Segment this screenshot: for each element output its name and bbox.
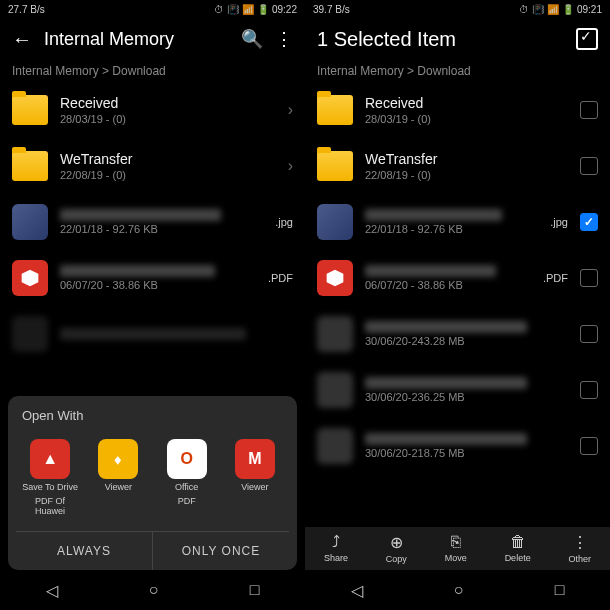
app-label: Save To Drive bbox=[22, 483, 78, 493]
network-speed: 27.7 B/s bbox=[8, 4, 45, 15]
share-button[interactable]: ⤴Share bbox=[324, 533, 348, 564]
item-name-blurred bbox=[365, 265, 496, 277]
checkbox-checked[interactable] bbox=[580, 213, 598, 231]
nav-bar: ◁ ○ □ bbox=[0, 570, 305, 610]
alarm-icon: ⏱ bbox=[214, 4, 224, 15]
breadcrumb[interactable]: Internal Memory > Download bbox=[305, 60, 610, 82]
copy-icon: ⊕ bbox=[390, 533, 403, 552]
nav-bar: ◁ ○ □ bbox=[305, 570, 610, 610]
item-meta: 28/03/19 - (0) bbox=[365, 113, 568, 125]
nav-back-icon[interactable]: ◁ bbox=[351, 581, 363, 600]
app-option[interactable]: O Office PDF bbox=[157, 439, 217, 517]
folder-icon bbox=[317, 151, 353, 181]
app-label: Office bbox=[175, 483, 198, 493]
item-name: WeTransfer bbox=[60, 151, 276, 167]
share-icon: ⤴ bbox=[332, 533, 340, 551]
checkbox[interactable] bbox=[580, 101, 598, 119]
battery-icon: 🔋 bbox=[562, 4, 574, 15]
item-meta: 30/06/20-236.25 MB bbox=[365, 391, 568, 403]
list-item[interactable]: WeTransfer22/08/19 - (0) › bbox=[0, 138, 305, 194]
vibrate-icon: 📳 bbox=[227, 4, 239, 15]
pdf-icon bbox=[12, 260, 48, 296]
file-extension: .PDF bbox=[268, 272, 293, 284]
file-list: Received28/03/19 - (0) › WeTransfer22/08… bbox=[0, 82, 305, 362]
status-bar: 27.7 B/s ⏱ 📳 📶 🔋 09:22 bbox=[0, 0, 305, 18]
list-item[interactable]: 22/01/18 - 92.76 KB .jpg bbox=[305, 194, 610, 250]
back-icon[interactable]: ← bbox=[12, 28, 32, 51]
trash-icon: 🗑 bbox=[510, 533, 526, 551]
nav-back-icon[interactable]: ◁ bbox=[46, 581, 58, 600]
item-name-blurred bbox=[365, 377, 527, 389]
open-with-sheet: Open With ▲ Save To Drive PDF Of Huawei … bbox=[8, 396, 297, 570]
breadcrumb[interactable]: Internal Memory > Download bbox=[0, 60, 305, 82]
nav-home-icon[interactable]: ○ bbox=[454, 581, 464, 599]
page-title: Internal Memory bbox=[44, 29, 229, 50]
nav-home-icon[interactable]: ○ bbox=[149, 581, 159, 599]
move-button[interactable]: ⎘Move bbox=[445, 533, 467, 564]
item-meta: 22/08/19 - (0) bbox=[365, 169, 568, 181]
list-item[interactable]: 06/07/20 - 38.86 KB .PDF bbox=[0, 250, 305, 306]
only-once-button[interactable]: ONLY ONCE bbox=[152, 532, 289, 570]
mega-icon: M bbox=[235, 439, 275, 479]
network-speed: 39.7 B/s bbox=[313, 4, 350, 15]
image-thumbnail bbox=[12, 204, 48, 240]
item-name: Received bbox=[365, 95, 568, 111]
checkbox[interactable] bbox=[580, 269, 598, 287]
item-name-blurred bbox=[60, 209, 221, 221]
item-meta: 22/01/18 - 92.76 KB bbox=[365, 223, 536, 235]
signal-icon: 📶 bbox=[547, 4, 559, 15]
list-item[interactable]: 30/06/20-243.28 MB bbox=[305, 306, 610, 362]
item-name-blurred bbox=[60, 328, 246, 340]
search-icon[interactable]: 🔍 bbox=[241, 28, 263, 50]
list-item[interactable]: 30/06/20-218.75 MB bbox=[305, 418, 610, 474]
always-button[interactable]: ALWAYS bbox=[16, 532, 152, 570]
item-meta: 28/03/19 - (0) bbox=[60, 113, 276, 125]
folder-icon bbox=[12, 95, 48, 125]
list-item[interactable]: 30/06/20-236.25 MB bbox=[305, 362, 610, 418]
file-extension: .PDF bbox=[543, 272, 568, 284]
folder-icon bbox=[317, 95, 353, 125]
other-button[interactable]: ⋮Other bbox=[569, 533, 592, 564]
list-item[interactable] bbox=[0, 306, 305, 362]
app-sublabel: PDF Of Huawei bbox=[20, 497, 80, 517]
select-all-icon[interactable] bbox=[576, 28, 598, 50]
checkbox[interactable] bbox=[580, 437, 598, 455]
more-icon[interactable]: ⋮ bbox=[275, 28, 293, 50]
list-item[interactable]: 06/07/20 - 38.86 KB .PDF bbox=[305, 250, 610, 306]
checkbox[interactable] bbox=[580, 381, 598, 399]
clock: 09:22 bbox=[272, 4, 297, 15]
thumbnail-blurred bbox=[317, 428, 353, 464]
delete-button[interactable]: 🗑Delete bbox=[505, 533, 531, 564]
thumbnail-blurred bbox=[12, 316, 48, 352]
app-option[interactable]: ⬧ Viewer bbox=[88, 439, 148, 517]
item-meta: 22/08/19 - (0) bbox=[60, 169, 276, 181]
pdf-icon bbox=[317, 260, 353, 296]
item-meta: 22/01/18 - 92.76 KB bbox=[60, 223, 261, 235]
app-label: Viewer bbox=[241, 483, 268, 493]
chevron-right-icon: › bbox=[288, 101, 293, 119]
list-item[interactable]: 22/01/18 - 92.76 KB .jpg bbox=[0, 194, 305, 250]
app-list: ▲ Save To Drive PDF Of Huawei ⬧ Viewer O… bbox=[16, 433, 289, 525]
item-meta: 30/06/20-243.28 MB bbox=[365, 335, 568, 347]
item-meta: 30/06/20-218.75 MB bbox=[365, 447, 568, 459]
app-option[interactable]: ▲ Save To Drive PDF Of Huawei bbox=[20, 439, 80, 517]
sheet-title: Open With bbox=[16, 408, 289, 433]
left-screen: 27.7 B/s ⏱ 📳 📶 🔋 09:22 ← Internal Memory… bbox=[0, 0, 305, 610]
clock: 09:21 bbox=[577, 4, 602, 15]
item-name-blurred bbox=[60, 265, 215, 277]
copy-button[interactable]: ⊕Copy bbox=[386, 533, 407, 564]
header: ← Internal Memory 🔍 ⋮ bbox=[0, 18, 305, 60]
chevron-right-icon: › bbox=[288, 157, 293, 175]
viewer-icon: ⬧ bbox=[98, 439, 138, 479]
item-name-blurred bbox=[365, 209, 502, 221]
list-item[interactable]: Received28/03/19 - (0) › bbox=[0, 82, 305, 138]
checkbox[interactable] bbox=[580, 157, 598, 175]
list-item[interactable]: WeTransfer22/08/19 - (0) bbox=[305, 138, 610, 194]
list-item[interactable]: Received28/03/19 - (0) bbox=[305, 82, 610, 138]
file-extension: .jpg bbox=[550, 216, 568, 228]
item-meta: 06/07/20 - 38.86 KB bbox=[365, 279, 529, 291]
nav-recent-icon[interactable]: □ bbox=[555, 581, 565, 599]
nav-recent-icon[interactable]: □ bbox=[250, 581, 260, 599]
checkbox[interactable] bbox=[580, 325, 598, 343]
app-option[interactable]: M Viewer bbox=[225, 439, 285, 517]
